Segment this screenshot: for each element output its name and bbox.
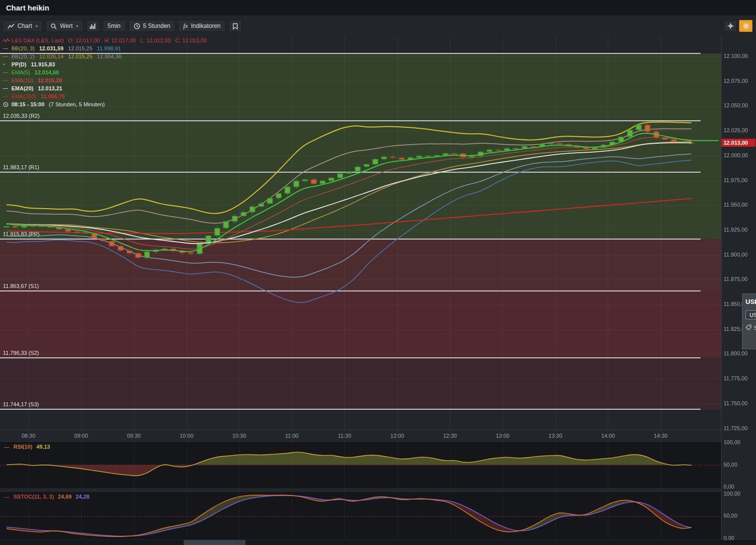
legend-line[interactable]: —EMA(10)12.015,28: [3, 76, 211, 84]
rsi-axis-label: 50,00: [724, 462, 738, 468]
sstoc-value-d: 24,28: [76, 494, 90, 500]
dash-swatch-icon: —: [3, 76, 11, 84]
legend-value: 12.015,28: [37, 76, 62, 84]
legend-value: EMA(5): [11, 68, 30, 76]
legend-value: L&S DAX (L&S, Last): [11, 36, 64, 44]
time-axis[interactable]: 08:3009:0009:3010:0010:3011:0011:3012:00…: [0, 430, 721, 441]
duration-button[interactable]: 5 Stunden: [129, 20, 176, 32]
legend-value: O: 12.017,00: [68, 36, 100, 44]
legend-value: 11.956,79: [41, 92, 65, 100]
side-popup-tag-label: S: [754, 325, 756, 331]
rsi-label: RSI(10): [13, 444, 32, 450]
rsi-panel: — RSI(10) 49,13: [0, 441, 721, 488]
legend-value: EMA(10): [11, 76, 33, 84]
rsi-canvas[interactable]: [0, 442, 721, 488]
legend-value: 11.915,83: [31, 60, 55, 68]
legend-value: EMA(20): [11, 84, 33, 92]
sstoc-panel: — SSTOC(11, 3, 3) 24,69 24,28: [0, 491, 721, 539]
crosshair-icon: [727, 22, 734, 29]
legend-value: PP(D): [11, 60, 26, 68]
price-axis-label: 11.875,00: [724, 276, 748, 282]
rsi-axis-label: 100,00: [724, 439, 741, 445]
sstoc-value-k: 24,69: [58, 494, 72, 500]
fx-icon: fx: [183, 22, 188, 30]
time-axis-label: 14:00: [601, 433, 615, 439]
time-axis-label: 11:30: [338, 433, 351, 439]
legend-line[interactable]: L&S DAX (L&S, Last)O: 12.017,00H: 12.017…: [3, 36, 211, 44]
legend-value: L: 12.012,00: [140, 36, 171, 44]
time-axis-label: 13:30: [548, 433, 562, 439]
legend-line[interactable]: —EMA(20)12.013,21: [3, 84, 211, 92]
price-axis-label: 11.900,00: [724, 252, 748, 258]
line-chart-icon: [7, 23, 14, 29]
legend-line[interactable]: 08:15 - 15:00(7 Stunden, 5 Minuten): [3, 100, 211, 108]
indicators-button[interactable]: fx Indikatoren: [178, 20, 226, 32]
rsi-axis-label: 0,00: [724, 484, 734, 490]
price-axis[interactable]: 12.100,0012.075,0012.050,0012.025,0012.0…: [721, 35, 756, 540]
price-axis-label: 12.000,00: [724, 152, 748, 158]
side-popup: USD US S: [742, 293, 756, 349]
instrument-search-label: Wert: [60, 22, 72, 29]
interval-label: 5min: [108, 22, 121, 29]
clock-icon: [134, 23, 140, 29]
crosshair-mode-button[interactable]: [724, 20, 737, 32]
legend-line[interactable]: —BB(20, 2)12.026,1412.015,2512.004,36: [3, 52, 211, 60]
sstoc-legend[interactable]: — SSTOC(11, 3, 3) 24,69 24,28: [4, 494, 89, 500]
legend-value: BB(20, 3): [11, 44, 34, 52]
gear-icon: [743, 22, 750, 29]
waveform-icon: [89, 23, 96, 29]
sstoc-canvas[interactable]: [0, 492, 721, 540]
sstoc-swatch-icon: —: [4, 494, 9, 500]
price-axis-label: 12.050,00: [724, 102, 748, 108]
price-axis-label: 11.800,00: [724, 350, 748, 356]
legend-line[interactable]: ▪PP(D)11.915,83: [3, 60, 211, 68]
side-popup-button[interactable]: US: [746, 310, 756, 319]
legend-value: EMA(200): [11, 92, 36, 100]
price-axis-label: 12.100,00: [724, 53, 748, 59]
settings-button[interactable]: [739, 20, 753, 32]
chart-toolbar: Chart ▾ Wert ▾ 5min 5 Stunden fx Indikat…: [2, 18, 242, 33]
chart-legend: L&S DAX (L&S, Last)O: 12.017,00H: 12.017…: [3, 36, 211, 108]
chart-type-button[interactable]: Chart ▾: [2, 20, 42, 32]
price-axis-label: 11.750,00: [724, 400, 748, 406]
legend-value: BB(20, 2): [11, 52, 34, 60]
horizontal-scrollbar[interactable]: [0, 540, 756, 545]
chart-style-button[interactable]: [86, 20, 100, 32]
legend-value: 12.015,25: [68, 44, 92, 52]
legend-line[interactable]: —BB(20, 3)12.031,5912.015,2511.998,91: [3, 44, 211, 52]
price-axis-label: 12.075,00: [724, 78, 748, 84]
dash-swatch-icon: —: [3, 44, 11, 52]
legend-value: C: 12.013,00: [175, 36, 207, 44]
price-axis-label: 11.950,00: [724, 202, 748, 208]
legend-value: 12.014,60: [34, 68, 59, 76]
tag-icon: [746, 324, 752, 331]
side-popup-tag-row[interactable]: S: [746, 324, 756, 331]
dash-swatch-icon: —: [3, 92, 11, 100]
legend-value: 08:15 - 15:00: [11, 100, 44, 108]
time-axis-label: 08:30: [21, 433, 35, 439]
bookmark-icon: [233, 23, 238, 29]
scrollbar-thumb[interactable]: [184, 540, 246, 545]
interval-button[interactable]: 5min: [103, 20, 126, 32]
instrument-search-button[interactable]: Wert ▾: [45, 20, 83, 32]
duration-label: 5 Stunden: [143, 22, 171, 29]
rsi-legend[interactable]: — RSI(10) 49,13: [4, 444, 50, 450]
sstoc-axis-label: 100,00: [724, 491, 741, 497]
price-axis-label: 12.025,00: [724, 127, 748, 133]
legend-value: 12.031,59: [39, 44, 63, 52]
time-axis-label: 10:00: [180, 433, 194, 439]
legend-value: 12.004,36: [97, 52, 121, 60]
search-icon: [50, 23, 57, 29]
legend-line[interactable]: —EMA(200)11.956,79: [3, 92, 211, 100]
sstoc-label: SSTOC(11, 3, 3): [13, 494, 54, 500]
sstoc-axis-label: 50,00: [724, 513, 738, 519]
legend-value: 12.015,25: [68, 52, 92, 60]
wave-swatch-icon: [3, 38, 11, 43]
chart-type-label: Chart: [17, 22, 32, 29]
dash-swatch-icon: —: [3, 52, 11, 60]
legend-line[interactable]: —EMA(5)12.014,60: [3, 68, 211, 76]
chevron-down-icon: ▾: [35, 24, 37, 28]
bookmark-button[interactable]: [229, 20, 242, 32]
price-axis-label: 11.725,00: [724, 425, 748, 431]
indicators-label: Indikatoren: [191, 22, 221, 29]
